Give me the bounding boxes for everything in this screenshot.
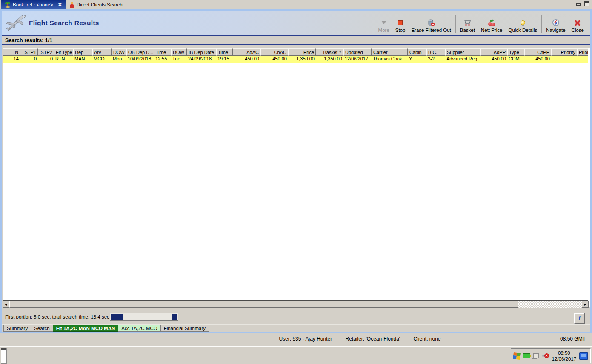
more-icon <box>381 19 386 26</box>
tab-financial-summary[interactable]: Financial Summary <box>161 325 209 332</box>
tab-label: Book. ref.: <none> <box>13 2 53 7</box>
horizontal-scrollbar[interactable]: ◄ ► <box>3 301 589 308</box>
taskbar-toolbar-handle[interactable]: .. <box>1 348 7 364</box>
more-button[interactable]: More <box>375 18 392 34</box>
tab-flight-man-mco-man[interactable]: Flt 1A,2C MAN MCO MAN <box>53 325 119 332</box>
row-cell <box>551 56 577 63</box>
column-header[interactable]: ChPP <box>524 48 551 56</box>
row-cell: Tue <box>171 56 187 63</box>
column-header[interactable]: ChAC <box>260 48 288 56</box>
column-header[interactable]: Time <box>216 48 233 56</box>
tab-summary[interactable]: Summary <box>3 325 31 332</box>
column-header[interactable]: AdPP <box>480 48 507 56</box>
result-row-selected[interactable]: 14 0 0 RTN MAN MCO Mon 10/09/2018 12:55 … <box>3 56 588 63</box>
row-cell: 14 <box>3 56 20 63</box>
tray-clock[interactable]: 08:50 12/06/2017 <box>552 350 577 362</box>
column-header[interactable]: Type <box>507 48 524 56</box>
stop-icon <box>398 19 403 26</box>
status-bar: User: 535 - Ajay Hunter Retailer: 'Ocean… <box>0 333 592 346</box>
drag-grip[interactable] <box>1 348 6 350</box>
column-header[interactable]: N <box>3 48 20 56</box>
search-timing-label: First portion: 5.0 sec, total search tim… <box>5 314 109 319</box>
column-header[interactable]: Flt Type <box>54 48 73 56</box>
column-header[interactable]: Prior <box>577 48 589 56</box>
maximize-icon[interactable] <box>584 1 589 6</box>
status-user: User: 535 - Ajay Hunter <box>279 336 332 342</box>
column-header[interactable]: Carrier <box>372 48 408 56</box>
antivirus-tray-icon[interactable] <box>513 352 521 359</box>
tab-direct-clients-search[interactable]: Direct Clients Search <box>66 0 126 9</box>
row-cell <box>577 56 589 63</box>
column-header[interactable]: Updated <box>343 48 372 56</box>
nett-price-button[interactable]: Nett Price <box>478 19 506 34</box>
sort-descending-icon: ▼ <box>339 51 342 54</box>
toolbar-separator <box>455 15 456 33</box>
tab-close-icon[interactable]: ✕ <box>58 2 62 8</box>
trash-bin-icon <box>427 19 435 26</box>
show-desktop-icon[interactable] <box>579 352 588 360</box>
row-cell: Advanced Reg <box>445 56 480 63</box>
network-connection-icon[interactable] <box>533 353 539 358</box>
scroll-left-arrow[interactable]: ◄ <box>3 301 9 308</box>
row-cell: MAN <box>73 56 92 63</box>
column-header[interactable]: Time <box>154 48 171 56</box>
window-border <box>0 9 2 333</box>
navigate-button[interactable]: Navigate <box>543 18 568 34</box>
row-cell: 19:15 <box>216 56 233 63</box>
airplane-icon <box>5 14 27 33</box>
scrollbar-track[interactable] <box>518 301 582 308</box>
quick-details-button[interactable]: Quick Details <box>505 18 540 34</box>
page-title: Flight Search Results <box>29 19 99 27</box>
column-header[interactable]: Cabin <box>408 48 426 56</box>
minimize-icon[interactable] <box>576 3 581 6</box>
tray-date: 12/06/2017 <box>552 356 577 362</box>
toolbar-separator <box>541 15 542 33</box>
column-header[interactable]: DOW <box>112 48 126 56</box>
windows-taskbar: .. ✕ 08:50 12/06/2017 <box>0 346 592 364</box>
column-header[interactable]: AdAC <box>233 48 260 56</box>
erase-filtered-out-button[interactable]: Erase Filtered Out <box>408 18 454 34</box>
close-button[interactable]: Close <box>569 18 587 34</box>
session-info: User: 535 - Ajay Hunter Retailer: 'Ocean… <box>0 336 592 342</box>
row-cell: 1,350.00 <box>288 56 316 63</box>
row-cell: Mon <box>112 56 126 63</box>
scroll-right-arrow[interactable]: ► <box>582 301 589 308</box>
column-header-sorted[interactable]: Basket▼ <box>316 48 343 56</box>
tab-search[interactable]: Search <box>31 325 53 332</box>
scrollbar-thumb[interactable] <box>9 301 518 308</box>
tab-acc-mco[interactable]: Acc 1A,2C MCO <box>118 325 160 332</box>
column-header[interactable]: STP1 <box>20 48 38 56</box>
column-header[interactable]: IB Dep Date <box>187 48 216 56</box>
column-header[interactable]: Price <box>288 48 316 56</box>
info-button[interactable]: i <box>574 313 585 324</box>
row-cell: 24/09/2018 <box>187 56 216 63</box>
column-header[interactable]: Arv <box>92 48 112 56</box>
column-header[interactable]: Priority <box>551 48 577 56</box>
tray-time: 08:50 <box>552 350 577 356</box>
network-adapter-icon[interactable] <box>523 353 530 358</box>
shopping-cart-icon <box>463 19 472 26</box>
header-banner: Flight Search Results More Stop <box>2 11 590 35</box>
palm-tree-icon <box>5 2 11 8</box>
window-controls <box>576 1 589 6</box>
tab-bar-empty-space <box>126 0 592 9</box>
row-cell: 12:55 <box>154 56 171 63</box>
column-header[interactable]: OB Dep D... <box>126 48 154 56</box>
column-header[interactable]: Supplier <box>445 48 480 56</box>
row-cell: 0 <box>38 56 54 63</box>
column-header[interactable]: B.C. <box>426 48 445 56</box>
progress-segment <box>111 314 123 320</box>
results-table: N STP1 STP2 Flt Type Dep Arv DOW OB Dep … <box>3 48 589 301</box>
stop-button[interactable]: Stop <box>392 18 409 34</box>
basket-button[interactable]: Basket <box>457 18 478 34</box>
column-header[interactable]: STP2 <box>38 48 54 56</box>
search-progress-bar <box>110 313 178 321</box>
bottom-tab-bar: Summary Search Flt 1A,2C MAN MCO MAN Acc… <box>2 324 590 332</box>
compass-icon <box>552 19 559 26</box>
table-header-row: N STP1 STP2 Flt Type Dep Arv DOW OB Dep … <box>3 48 588 56</box>
column-header[interactable]: Dep <box>73 48 92 56</box>
volume-muted-icon[interactable]: ✕ <box>542 353 549 359</box>
tab-booking-ref[interactable]: Book. ref.: <none> ✕ <box>1 0 66 9</box>
row-cell: 12/06/2017 <box>343 56 372 63</box>
column-header[interactable]: DOW <box>171 48 187 56</box>
